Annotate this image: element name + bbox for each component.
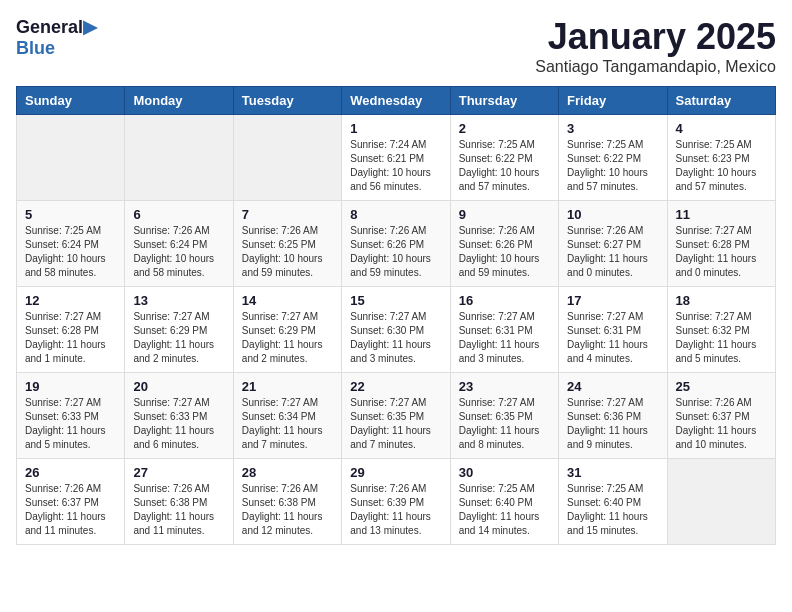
calendar-cell xyxy=(233,115,341,201)
calendar-cell: 24Sunrise: 7:27 AM Sunset: 6:36 PM Dayli… xyxy=(559,373,667,459)
day-info: Sunrise: 7:24 AM Sunset: 6:21 PM Dayligh… xyxy=(350,138,441,194)
day-number: 25 xyxy=(676,379,767,394)
day-info: Sunrise: 7:27 AM Sunset: 6:31 PM Dayligh… xyxy=(459,310,550,366)
day-number: 28 xyxy=(242,465,333,480)
day-info: Sunrise: 7:26 AM Sunset: 6:38 PM Dayligh… xyxy=(133,482,224,538)
day-number: 26 xyxy=(25,465,116,480)
day-info: Sunrise: 7:26 AM Sunset: 6:26 PM Dayligh… xyxy=(459,224,550,280)
day-info: Sunrise: 7:25 AM Sunset: 6:22 PM Dayligh… xyxy=(567,138,658,194)
month-title: January 2025 xyxy=(535,16,776,58)
day-info: Sunrise: 7:26 AM Sunset: 6:25 PM Dayligh… xyxy=(242,224,333,280)
weekday-header-row: SundayMondayTuesdayWednesdayThursdayFrid… xyxy=(17,87,776,115)
calendar-cell: 28Sunrise: 7:26 AM Sunset: 6:38 PM Dayli… xyxy=(233,459,341,545)
calendar-cell: 19Sunrise: 7:27 AM Sunset: 6:33 PM Dayli… xyxy=(17,373,125,459)
calendar-cell: 1Sunrise: 7:24 AM Sunset: 6:21 PM Daylig… xyxy=(342,115,450,201)
day-info: Sunrise: 7:25 AM Sunset: 6:23 PM Dayligh… xyxy=(676,138,767,194)
calendar-cell: 25Sunrise: 7:26 AM Sunset: 6:37 PM Dayli… xyxy=(667,373,775,459)
calendar-cell: 13Sunrise: 7:27 AM Sunset: 6:29 PM Dayli… xyxy=(125,287,233,373)
calendar-cell: 31Sunrise: 7:25 AM Sunset: 6:40 PM Dayli… xyxy=(559,459,667,545)
day-number: 27 xyxy=(133,465,224,480)
day-info: Sunrise: 7:27 AM Sunset: 6:34 PM Dayligh… xyxy=(242,396,333,452)
logo-blue: Blue xyxy=(16,38,55,58)
day-number: 8 xyxy=(350,207,441,222)
calendar-cell: 2Sunrise: 7:25 AM Sunset: 6:22 PM Daylig… xyxy=(450,115,558,201)
weekday-header-thursday: Thursday xyxy=(450,87,558,115)
calendar-week-row: 26Sunrise: 7:26 AM Sunset: 6:37 PM Dayli… xyxy=(17,459,776,545)
weekday-header-friday: Friday xyxy=(559,87,667,115)
calendar-cell: 15Sunrise: 7:27 AM Sunset: 6:30 PM Dayli… xyxy=(342,287,450,373)
day-number: 10 xyxy=(567,207,658,222)
calendar-cell: 11Sunrise: 7:27 AM Sunset: 6:28 PM Dayli… xyxy=(667,201,775,287)
day-info: Sunrise: 7:27 AM Sunset: 6:28 PM Dayligh… xyxy=(25,310,116,366)
calendar-cell: 17Sunrise: 7:27 AM Sunset: 6:31 PM Dayli… xyxy=(559,287,667,373)
calendar-cell: 23Sunrise: 7:27 AM Sunset: 6:35 PM Dayli… xyxy=(450,373,558,459)
calendar-cell: 3Sunrise: 7:25 AM Sunset: 6:22 PM Daylig… xyxy=(559,115,667,201)
calendar-cell: 12Sunrise: 7:27 AM Sunset: 6:28 PM Dayli… xyxy=(17,287,125,373)
day-info: Sunrise: 7:27 AM Sunset: 6:35 PM Dayligh… xyxy=(459,396,550,452)
day-info: Sunrise: 7:27 AM Sunset: 6:30 PM Dayligh… xyxy=(350,310,441,366)
day-info: Sunrise: 7:25 AM Sunset: 6:40 PM Dayligh… xyxy=(567,482,658,538)
day-number: 7 xyxy=(242,207,333,222)
day-number: 21 xyxy=(242,379,333,394)
calendar-cell: 14Sunrise: 7:27 AM Sunset: 6:29 PM Dayli… xyxy=(233,287,341,373)
calendar-week-row: 1Sunrise: 7:24 AM Sunset: 6:21 PM Daylig… xyxy=(17,115,776,201)
day-info: Sunrise: 7:26 AM Sunset: 6:27 PM Dayligh… xyxy=(567,224,658,280)
day-info: Sunrise: 7:27 AM Sunset: 6:28 PM Dayligh… xyxy=(676,224,767,280)
day-number: 31 xyxy=(567,465,658,480)
calendar-week-row: 19Sunrise: 7:27 AM Sunset: 6:33 PM Dayli… xyxy=(17,373,776,459)
day-info: Sunrise: 7:27 AM Sunset: 6:35 PM Dayligh… xyxy=(350,396,441,452)
day-number: 11 xyxy=(676,207,767,222)
day-info: Sunrise: 7:26 AM Sunset: 6:37 PM Dayligh… xyxy=(676,396,767,452)
day-number: 4 xyxy=(676,121,767,136)
calendar-cell: 10Sunrise: 7:26 AM Sunset: 6:27 PM Dayli… xyxy=(559,201,667,287)
weekday-header-tuesday: Tuesday xyxy=(233,87,341,115)
day-info: Sunrise: 7:26 AM Sunset: 6:38 PM Dayligh… xyxy=(242,482,333,538)
header: General▶ Blue January 2025 Santiago Tang… xyxy=(16,16,776,76)
day-info: Sunrise: 7:26 AM Sunset: 6:37 PM Dayligh… xyxy=(25,482,116,538)
day-info: Sunrise: 7:26 AM Sunset: 6:24 PM Dayligh… xyxy=(133,224,224,280)
day-number: 23 xyxy=(459,379,550,394)
day-number: 19 xyxy=(25,379,116,394)
calendar-week-row: 12Sunrise: 7:27 AM Sunset: 6:28 PM Dayli… xyxy=(17,287,776,373)
day-number: 9 xyxy=(459,207,550,222)
calendar-cell: 8Sunrise: 7:26 AM Sunset: 6:26 PM Daylig… xyxy=(342,201,450,287)
day-info: Sunrise: 7:27 AM Sunset: 6:29 PM Dayligh… xyxy=(133,310,224,366)
logo-triangle-icon: ▶ xyxy=(83,17,97,37)
calendar-table: SundayMondayTuesdayWednesdayThursdayFrid… xyxy=(16,86,776,545)
day-info: Sunrise: 7:27 AM Sunset: 6:32 PM Dayligh… xyxy=(676,310,767,366)
weekday-header-monday: Monday xyxy=(125,87,233,115)
day-number: 5 xyxy=(25,207,116,222)
logo-general: General xyxy=(16,17,83,37)
day-number: 24 xyxy=(567,379,658,394)
calendar-cell: 30Sunrise: 7:25 AM Sunset: 6:40 PM Dayli… xyxy=(450,459,558,545)
day-number: 18 xyxy=(676,293,767,308)
day-info: Sunrise: 7:25 AM Sunset: 6:22 PM Dayligh… xyxy=(459,138,550,194)
calendar-cell: 18Sunrise: 7:27 AM Sunset: 6:32 PM Dayli… xyxy=(667,287,775,373)
calendar-cell: 27Sunrise: 7:26 AM Sunset: 6:38 PM Dayli… xyxy=(125,459,233,545)
day-info: Sunrise: 7:25 AM Sunset: 6:24 PM Dayligh… xyxy=(25,224,116,280)
weekday-header-wednesday: Wednesday xyxy=(342,87,450,115)
logo: General▶ Blue xyxy=(16,16,97,59)
day-info: Sunrise: 7:26 AM Sunset: 6:39 PM Dayligh… xyxy=(350,482,441,538)
calendar-cell: 7Sunrise: 7:26 AM Sunset: 6:25 PM Daylig… xyxy=(233,201,341,287)
calendar-cell xyxy=(125,115,233,201)
day-number: 22 xyxy=(350,379,441,394)
calendar-cell: 26Sunrise: 7:26 AM Sunset: 6:37 PM Dayli… xyxy=(17,459,125,545)
weekday-header-saturday: Saturday xyxy=(667,87,775,115)
calendar-week-row: 5Sunrise: 7:25 AM Sunset: 6:24 PM Daylig… xyxy=(17,201,776,287)
calendar-cell: 21Sunrise: 7:27 AM Sunset: 6:34 PM Dayli… xyxy=(233,373,341,459)
calendar-cell: 16Sunrise: 7:27 AM Sunset: 6:31 PM Dayli… xyxy=(450,287,558,373)
day-number: 16 xyxy=(459,293,550,308)
calendar-cell xyxy=(17,115,125,201)
day-number: 17 xyxy=(567,293,658,308)
day-info: Sunrise: 7:27 AM Sunset: 6:31 PM Dayligh… xyxy=(567,310,658,366)
day-number: 15 xyxy=(350,293,441,308)
calendar-cell xyxy=(667,459,775,545)
calendar-cell: 4Sunrise: 7:25 AM Sunset: 6:23 PM Daylig… xyxy=(667,115,775,201)
calendar-cell: 20Sunrise: 7:27 AM Sunset: 6:33 PM Dayli… xyxy=(125,373,233,459)
day-number: 1 xyxy=(350,121,441,136)
calendar-cell: 9Sunrise: 7:26 AM Sunset: 6:26 PM Daylig… xyxy=(450,201,558,287)
calendar-cell: 29Sunrise: 7:26 AM Sunset: 6:39 PM Dayli… xyxy=(342,459,450,545)
title-section: January 2025 Santiago Tangamandapio, Mex… xyxy=(535,16,776,76)
day-number: 30 xyxy=(459,465,550,480)
